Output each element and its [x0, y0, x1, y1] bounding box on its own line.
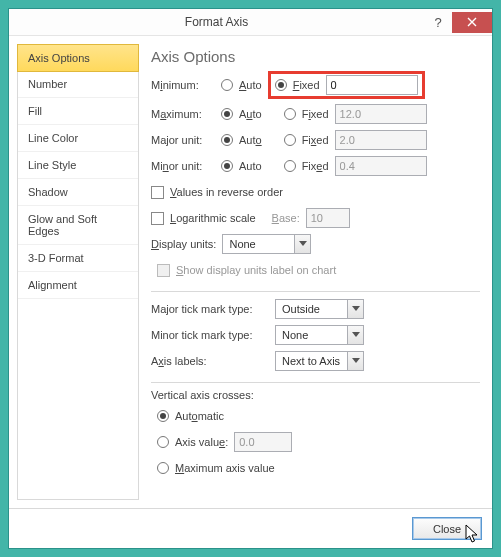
category-sidebar: Axis Options Number Fill Line Color Line… [17, 44, 139, 500]
row-minimum: Minimum: Auto Fixed [151, 71, 480, 99]
vcross-auto-label: Automatic [175, 410, 224, 422]
sidebar-item-glow[interactable]: Glow and Soft Edges [18, 206, 138, 245]
log-scale-label: Logarithmic scale [170, 212, 256, 224]
window-title: Format Axis [9, 15, 424, 29]
maximum-label: Maximum: [151, 108, 215, 120]
row-vcross-max: Maximum axis value [157, 457, 480, 479]
axis-labels-combo[interactable]: Next to Axis [275, 351, 364, 371]
pane-heading: Axis Options [151, 48, 480, 65]
minor-tick-label: Minor tick mark type: [151, 329, 269, 341]
sidebar-item-alignment[interactable]: Alignment [18, 272, 138, 299]
minor-tick-combo[interactable]: None [275, 325, 364, 345]
display-units-value: None [222, 234, 294, 254]
sidebar-item-axis-options[interactable]: Axis Options [17, 44, 139, 72]
minor-value-input[interactable] [335, 156, 427, 176]
minimum-label: Minimum: [151, 79, 215, 91]
sidebar-item-line-style[interactable]: Line Style [18, 152, 138, 179]
minor-auto-radio[interactable] [221, 160, 233, 172]
row-vcross-auto: Automatic [157, 405, 480, 427]
major-tick-value: Outside [275, 299, 347, 319]
minimum-fixed-highlight: Fixed [268, 71, 425, 99]
chevron-down-icon[interactable] [294, 234, 311, 254]
row-log-scale: Logarithmic scale Base: [151, 207, 480, 229]
major-unit-label: Major unit: [151, 134, 215, 146]
separator-2 [151, 382, 480, 383]
vcross-auto-radio[interactable] [157, 410, 169, 422]
axis-labels-label: Axis labels: [151, 355, 269, 367]
maximum-fixed-label: Fixed [302, 108, 329, 120]
log-base-label: Base: [272, 212, 300, 224]
major-auto-radio[interactable] [221, 134, 233, 146]
row-values-reverse: Values in reverse order [151, 181, 480, 203]
format-axis-dialog: Format Axis ? Axis Options Number Fill L… [8, 8, 493, 549]
values-reverse-label: Values in reverse order [170, 186, 283, 198]
display-units-combo[interactable]: None [222, 234, 311, 254]
vcross-value-label: Axis value: [175, 436, 228, 448]
row-maximum: Maximum: Auto Fixed [151, 103, 480, 125]
minimum-fixed-radio[interactable] [275, 79, 287, 91]
axis-labels-value: Next to Axis [275, 351, 347, 371]
titlebar: Format Axis ? [9, 9, 492, 36]
dialog-body: Axis Options Number Fill Line Color Line… [9, 36, 492, 508]
display-units-label: Display units: [151, 238, 216, 250]
maximum-value-input[interactable] [335, 104, 427, 124]
minor-tick-value: None [275, 325, 347, 345]
sidebar-item-fill[interactable]: Fill [18, 98, 138, 125]
major-fixed-label: Fixed [302, 134, 329, 146]
vcross-value-input[interactable] [234, 432, 292, 452]
major-tick-combo[interactable]: Outside [275, 299, 364, 319]
major-auto-label: Auto [239, 134, 262, 146]
dialog-footer: Close [9, 508, 492, 548]
chevron-down-icon[interactable] [347, 299, 364, 319]
content-pane: Axis Options Minimum: Auto Fixed Maximum… [145, 44, 484, 500]
row-axis-labels: Axis labels: Next to Axis [151, 350, 480, 372]
vcross-heading: Vertical axis crosses: [151, 389, 480, 401]
window-close-button[interactable] [452, 12, 492, 33]
major-value-input[interactable] [335, 130, 427, 150]
maximum-auto-label: Auto [239, 108, 262, 120]
sidebar-item-line-color[interactable]: Line Color [18, 125, 138, 152]
minor-unit-label: Minor unit: [151, 160, 215, 172]
close-button[interactable]: Close [412, 517, 482, 540]
sidebar-item-3d-format[interactable]: 3-D Format [18, 245, 138, 272]
minimum-auto-label: Auto [239, 79, 262, 91]
row-major-tick: Major tick mark type: Outside [151, 298, 480, 320]
major-fixed-radio[interactable] [284, 134, 296, 146]
values-reverse-checkbox[interactable] [151, 186, 164, 199]
row-vcross-value: Axis value: [157, 431, 480, 453]
minor-auto-label: Auto [239, 160, 262, 172]
separator-1 [151, 291, 480, 292]
help-button[interactable]: ? [424, 12, 452, 33]
minor-fixed-label: Fixed [302, 160, 329, 172]
minor-fixed-radio[interactable] [284, 160, 296, 172]
row-show-units-label: Show display units label on chart [157, 259, 480, 281]
major-tick-label: Major tick mark type: [151, 303, 269, 315]
sidebar-item-number[interactable]: Number [18, 71, 138, 98]
maximum-auto-radio[interactable] [221, 108, 233, 120]
log-base-input[interactable] [306, 208, 350, 228]
show-units-checkbox [157, 264, 170, 277]
log-scale-checkbox[interactable] [151, 212, 164, 225]
row-display-units: Display units: None [151, 233, 480, 255]
show-units-label: Show display units label on chart [176, 264, 336, 276]
vcross-max-label: Maximum axis value [175, 462, 275, 474]
vcross-value-radio[interactable] [157, 436, 169, 448]
minimum-auto-radio[interactable] [221, 79, 233, 91]
chevron-down-icon[interactable] [347, 351, 364, 371]
vcross-max-radio[interactable] [157, 462, 169, 474]
sidebar-item-shadow[interactable]: Shadow [18, 179, 138, 206]
minimum-value-input[interactable] [326, 75, 418, 95]
minimum-fixed-label: Fixed [293, 79, 320, 91]
maximum-fixed-radio[interactable] [284, 108, 296, 120]
row-major-unit: Major unit: Auto Fixed [151, 129, 480, 151]
chevron-down-icon[interactable] [347, 325, 364, 345]
row-minor-unit: Minor unit: Auto Fixed [151, 155, 480, 177]
row-minor-tick: Minor tick mark type: None [151, 324, 480, 346]
